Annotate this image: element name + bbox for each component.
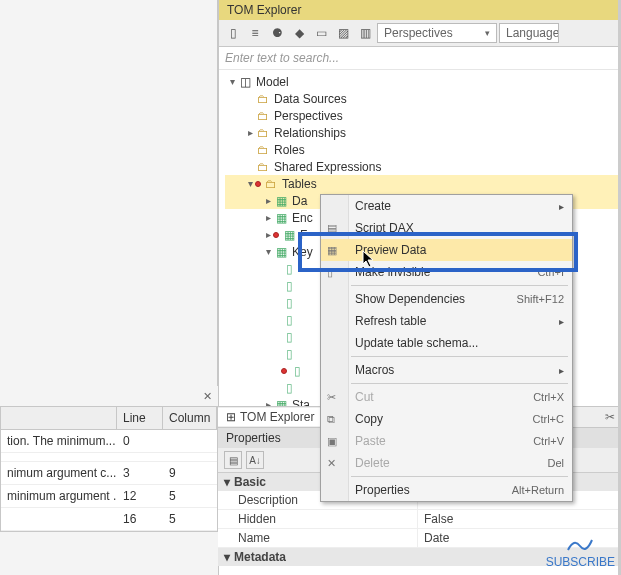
toolbar-edit-icon[interactable]: ▨ xyxy=(333,23,353,43)
ctx-refresh-table[interactable]: Refresh table▸ xyxy=(321,310,572,332)
table-row[interactable]: 165 xyxy=(1,508,217,531)
close-icon[interactable]: ✕ xyxy=(200,390,214,404)
col-header-column[interactable]: Column xyxy=(163,407,217,429)
ctx-copy[interactable]: ⧉CopyCtrl+C xyxy=(321,408,572,430)
props-categorized-icon[interactable]: ▤ xyxy=(224,451,242,469)
ctx-cut: ✂CutCtrl+X xyxy=(321,386,572,408)
error-list-grid: Line Column tion. The minimum...0 nimum … xyxy=(0,406,218,532)
panel-title: TOM Explorer xyxy=(219,0,621,20)
toolbar: ▯ ≡ ⚈ ◆ ▭ ▨ ▥ Perspectives▾ Languages xyxy=(219,20,621,47)
perspectives-dropdown[interactable]: Perspectives▾ xyxy=(377,23,497,43)
paste-icon: ▣ xyxy=(327,435,343,448)
copy-icon: ⧉ xyxy=(327,413,343,426)
delete-icon: ✕ xyxy=(327,457,343,470)
error-dot-icon xyxy=(273,232,279,238)
toolbar-columns-icon[interactable]: ▥ xyxy=(355,23,375,43)
table-row[interactable]: nimum argument c...39 xyxy=(1,462,217,485)
col-header-line[interactable]: Line xyxy=(117,407,163,429)
ctx-paste: ▣PasteCtrl+V xyxy=(321,430,572,452)
table-row[interactable]: tion. The minimum...0 xyxy=(1,430,217,453)
toolbar-cube-icon[interactable]: ◆ xyxy=(289,23,309,43)
toolbar-icon-1[interactable]: ▯ xyxy=(223,23,243,43)
context-menu: Create▸ ▤Script DAX ▦Preview Data ▯Make … xyxy=(320,194,573,502)
ctx-properties[interactable]: PropertiesAlt+Return xyxy=(321,479,572,501)
tree-data-sources[interactable]: 🗀Data Sources xyxy=(225,90,621,107)
ctx-macros[interactable]: Macros▸ xyxy=(321,359,572,381)
search-input[interactable]: Enter text to search... xyxy=(219,47,621,70)
error-dot-icon xyxy=(281,368,287,374)
cut-icon: ✂ xyxy=(327,391,343,404)
ctx-make-invisible[interactable]: ▯Make invisibleCtrl+I xyxy=(321,261,572,283)
tree-perspectives[interactable]: 🗀Perspectives xyxy=(225,107,621,124)
script-icon: ▤ xyxy=(327,222,343,235)
tree-model[interactable]: ▾◫Model xyxy=(225,73,621,90)
ctx-preview-data[interactable]: ▦Preview Data xyxy=(321,239,572,261)
error-dot-icon xyxy=(255,181,261,187)
invisible-icon: ▯ xyxy=(327,266,343,279)
tree-relationships[interactable]: ▸🗀Relationships xyxy=(225,124,621,141)
ctx-script-dax[interactable]: ▤Script DAX xyxy=(321,217,572,239)
subscribe-watermark: SUBSCRIBE xyxy=(546,536,615,569)
ctx-show-dependencies[interactable]: Show DependenciesShift+F12 xyxy=(321,288,572,310)
ctx-update-schema[interactable]: Update table schema... xyxy=(321,332,572,354)
ctx-create[interactable]: Create▸ xyxy=(321,195,572,217)
col-header-desc[interactable] xyxy=(1,407,117,429)
tree-roles[interactable]: 🗀Roles xyxy=(225,141,621,158)
prop-row[interactable]: HiddenFalse xyxy=(218,510,621,529)
tab-tom-explorer[interactable]: ⊞TOM Explorer xyxy=(218,408,323,426)
toolbar-hierarchy-icon[interactable]: ⚈ xyxy=(267,23,287,43)
languages-dropdown[interactable]: Languages xyxy=(499,23,559,43)
tree-shared-expressions[interactable]: 🗀Shared Expressions xyxy=(225,158,621,175)
toolbar-folder-icon[interactable]: ▭ xyxy=(311,23,331,43)
props-sort-icon[interactable]: A↓ xyxy=(246,451,264,469)
table-row[interactable]: minimum argument ...125 xyxy=(1,485,217,508)
toolbar-icon-2[interactable]: ≡ xyxy=(245,23,265,43)
tree-tables[interactable]: ▾🗀Tables xyxy=(225,175,621,192)
ctx-delete: ✕DeleteDel xyxy=(321,452,572,474)
tree-icon: ⊞ xyxy=(226,410,236,424)
grid-icon: ▦ xyxy=(327,244,343,257)
table-row[interactable] xyxy=(1,453,217,462)
